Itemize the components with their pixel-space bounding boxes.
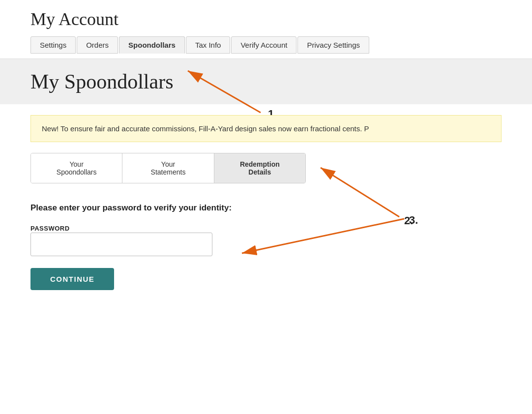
notice-banner: New! To ensure fair and accurate commiss… [30,115,502,142]
main-content: New! To ensure fair and accurate commiss… [0,115,532,310]
subtab-your-statements[interactable]: YourStatements [122,153,214,183]
svg-text:3.: 3. [409,214,418,226]
subtabs-container: YourSpoondollars YourStatements Redempti… [30,153,306,183]
subtab-your-spoondollars[interactable]: YourSpoondollars [31,153,122,183]
section-header: My Spoondollars [0,59,532,104]
tab-verify-account[interactable]: Verify Account [231,36,296,54]
verify-prompt: Please enter your password to verify you… [30,203,502,213]
form-section: Please enter your password to verify you… [30,203,502,290]
subtab-redemption-details[interactable]: RedemptionDetails [214,153,305,183]
notice-text: New! To ensure fair and accurate commiss… [42,124,369,133]
svg-line-7 [242,219,404,253]
tab-settings[interactable]: Settings [30,36,76,54]
continue-button[interactable]: CONTINUE [30,268,114,290]
page-title: My Account [30,9,502,30]
tab-orders[interactable]: Orders [77,36,118,54]
section-title: My Spoondollars [30,70,502,93]
page-header: My Account Settings Orders Spoondollars … [0,0,532,59]
tab-spoondollars[interactable]: Spoondollars [119,36,185,54]
password-input[interactable] [30,233,212,256]
tabs-bar: Settings Orders Spoondollars Tax Info Ve… [30,36,502,54]
password-label: PASSWORD [30,225,70,232]
tab-privacy-settings[interactable]: Privacy Settings [297,36,369,54]
tab-tax-info[interactable]: Tax Info [186,36,231,54]
